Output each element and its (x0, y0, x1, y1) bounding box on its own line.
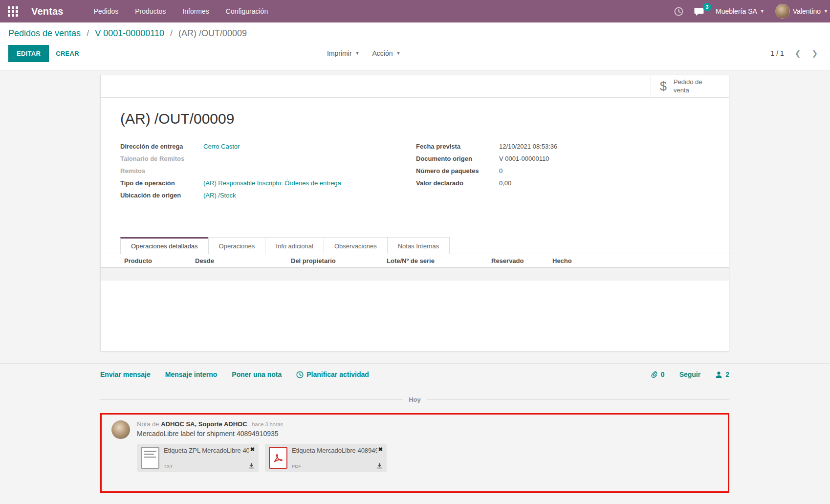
sheet-body: (AR) /OUT/00009 Dirección de entrega Cer… (101, 98, 729, 204)
chatter-topbar: Enviar mensaje Mensaje interno Poner una… (100, 371, 729, 378)
attachment-download-icon[interactable] (248, 462, 255, 469)
tab-info-adicional[interactable]: Info adicional (265, 237, 324, 254)
print-label: Imprimir (327, 49, 352, 57)
menu-productos[interactable]: Productos (135, 7, 166, 15)
main-menu: Pedidos Productos Informes Configuración (94, 7, 268, 15)
action-dropdowns: Imprimir ▼ Acción ▼ (327, 49, 400, 57)
column-header-hecho[interactable]: Hecho (552, 257, 611, 264)
create-button[interactable]: CREAR (49, 45, 86, 62)
attachment-delete-icon[interactable]: ✖ (249, 447, 255, 452)
control-panel: Pedidos de ventas / V 0001-00000110 / (A… (0, 22, 830, 70)
attachment-download-icon[interactable] (376, 462, 383, 469)
field-label: Ubicación de origen (120, 192, 203, 199)
attachment-type-label: PDF (292, 464, 302, 469)
txt-file-icon (141, 447, 159, 469)
field-value: 12/10/2021 08:53:36 (499, 143, 557, 150)
field-valor-declarado: Valor declarado 0,00 (416, 179, 709, 192)
attachment-name[interactable]: Etiqueta ZPL MercadoLibre 40894 (164, 447, 249, 454)
paperclip-icon (651, 371, 658, 378)
field-groups: Dirección de entrega Cerro Castor Talona… (120, 143, 709, 204)
field-value: V 0001-00000110 (499, 155, 549, 162)
dollar-icon: $ (660, 79, 667, 93)
print-dropdown[interactable]: Imprimir ▼ (327, 49, 359, 57)
operations-table-header: Producto Desde Del propietario Lote/Nº d… (101, 254, 729, 268)
send-message-button[interactable]: Enviar mensaje (100, 371, 151, 378)
sale-order-stat-button[interactable]: $ Pedido de venta (651, 75, 729, 97)
user-menu[interactable]: Valentino ▼ (775, 4, 828, 19)
attachment-name[interactable]: Etiqueta MercadoLibre 4089491... (292, 447, 377, 454)
messages-icon[interactable]: 3 (694, 7, 705, 16)
column-header-reservado[interactable]: Reservado (491, 257, 552, 264)
breadcrumb-separator: / (170, 28, 173, 38)
breadcrumb-sale-orders[interactable]: Pedidos de ventas (8, 28, 81, 38)
field-ubicacion-origen: Ubicación de origen (AR) /Stock (120, 192, 416, 204)
chevron-down-icon: ▼ (760, 9, 764, 14)
message-author[interactable]: ADHOC SA, Soporte ADHOC (161, 420, 247, 428)
attachments-toggle[interactable]: 0 (651, 371, 665, 378)
navbar-right: 3 Mueblería SA ▼ Valentino ▼ (674, 4, 830, 19)
attachments-count: 0 (661, 371, 665, 378)
breadcrumb-sale-order[interactable]: V 0001-00000110 (95, 28, 164, 38)
menu-informes[interactable]: Informes (182, 7, 209, 15)
menu-configuracion[interactable]: Configuración (226, 7, 268, 15)
field-fecha-prevista: Fecha prevista 12/10/2021 08:53:36 (416, 143, 709, 155)
field-remitos: Remitos (120, 167, 416, 179)
attachment-info: Etiqueta ZPL MercadoLibre 40894 ✖ TXT (164, 447, 255, 469)
company-switcher[interactable]: Mueblería SA ▼ (716, 7, 764, 15)
apps-grid-icon (8, 6, 18, 17)
person-icon (715, 371, 722, 378)
field-value-link[interactable]: (AR) Responsable Inscripto: Órdenes de e… (203, 179, 341, 187)
page-title: (AR) /OUT/00009 (120, 110, 709, 127)
menu-pedidos[interactable]: Pedidos (94, 7, 119, 15)
message-header: Nota de ADHOC SA, Soporte ADHOC - hace 3… (137, 420, 718, 428)
field-value: 0 (499, 167, 502, 175)
date-divider-label: Hoy (403, 396, 427, 403)
pager-next-button[interactable]: ❯ (811, 49, 818, 58)
messages-badge: 3 (703, 3, 711, 11)
field-label: Talonario de Remitos (120, 155, 203, 162)
field-label: Remitos (120, 167, 203, 175)
tab-operaciones-detalladas[interactable]: Operaciones detalladas (120, 237, 209, 254)
tab-operaciones[interactable]: Operaciones (208, 237, 266, 254)
log-internal-note-button[interactable]: Mensaje interno (165, 371, 218, 378)
pager-previous-button[interactable]: ❮ (795, 49, 801, 58)
attachment-card-pdf[interactable]: Etiqueta MercadoLibre 4089491... ✖ PDF (265, 444, 387, 472)
action-dropdown[interactable]: Acción ▼ (372, 49, 400, 57)
field-value: 0,00 (499, 179, 511, 187)
message-content: Nota de ADHOC SA, Soporte ADHOC - hace 3… (137, 420, 718, 472)
followers-count: 2 (725, 371, 729, 378)
column-header-desde[interactable]: Desde (195, 257, 291, 264)
field-group-right: Fecha prevista 12/10/2021 08:53:36 Docum… (416, 143, 709, 204)
field-label: Tipo de operación (120, 179, 203, 187)
apps-menu-button[interactable] (0, 6, 25, 17)
tab-notas-internas[interactable]: Notas Internas (387, 237, 450, 254)
column-header-producto[interactable]: Producto (105, 257, 195, 264)
attachment-card-txt[interactable]: Etiqueta ZPL MercadoLibre 40894 ✖ TXT (137, 444, 259, 472)
column-header-del-propietario[interactable]: Del propietario (291, 257, 387, 264)
schedule-activity-button[interactable]: Planificar actividad (296, 371, 369, 378)
attachment-type-label: TXT (164, 464, 173, 469)
edit-button[interactable]: EDITAR (8, 45, 49, 62)
follow-button[interactable]: Seguir (679, 371, 701, 378)
add-note-button[interactable]: Poner una nota (232, 371, 282, 378)
message-type-prefix: Nota de (137, 420, 161, 428)
pdf-file-icon (269, 447, 287, 469)
field-value-link[interactable]: (AR) /Stock (203, 192, 236, 199)
pager: 1 / 1 ❮ ❯ (771, 49, 818, 58)
field-value-link[interactable]: Cerro Castor (203, 143, 240, 150)
column-header-lote-serie[interactable]: Lote/Nº de serie (387, 257, 491, 264)
chatter: Enviar mensaje Mensaje interno Poner una… (100, 364, 729, 493)
company-name: Mueblería SA (716, 7, 757, 15)
field-label: Fecha prevista (416, 143, 499, 150)
attachment-info: Etiqueta MercadoLibre 4089491... ✖ PDF (292, 447, 383, 469)
breadcrumb-current: (AR) /OUT/00009 (178, 28, 247, 38)
field-label: Número de paquetes (416, 167, 499, 175)
message-author-avatar[interactable] (111, 420, 130, 439)
followers-toggle[interactable]: 2 (715, 371, 729, 378)
schedule-activity-label: Planificar actividad (306, 371, 369, 378)
attachment-delete-icon[interactable]: ✖ (377, 447, 383, 452)
field-talonario-remitos: Talonario de Remitos (120, 155, 416, 167)
tab-observaciones[interactable]: Observaciones (324, 237, 388, 254)
activities-clock-icon[interactable] (674, 7, 683, 16)
app-title[interactable]: Ventas (31, 6, 64, 17)
